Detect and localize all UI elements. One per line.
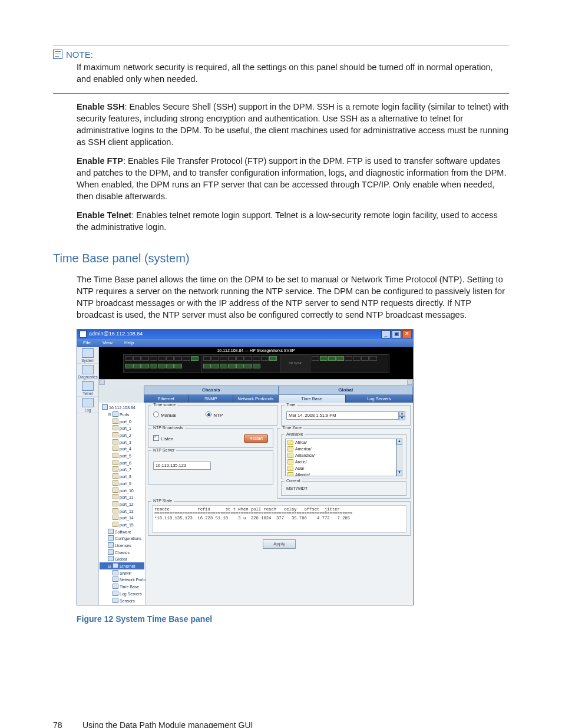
tree-port[interactable]: port_13 [120,509,134,513]
tree-port[interactable]: port_1 [120,426,131,430]
tree-port[interactable]: port_11 [120,495,134,499]
folder-icon [108,542,114,548]
tree-port[interactable]: port_5 [120,454,131,458]
group-ntp-state: NTP State remote refid st t when poll re… [148,501,411,536]
top-rule [53,45,509,45]
radio-ntp[interactable]: NTP [206,411,223,419]
tree-port[interactable]: port_8 [120,475,131,479]
subtab-snmp[interactable]: SNMP [189,395,233,403]
tree-root[interactable]: 16.112.108.84 [109,406,135,410]
group-tz-current: Current MST7MDT [281,481,406,495]
maximize-button[interactable]: ▣ [392,330,401,338]
checkbox-listen-label: Listen [161,436,173,442]
tree-item[interactable]: Software [115,530,131,534]
subtab-ethernet[interactable]: Ethernet [144,395,189,403]
group-tz-available: Available Africa/ America/ Antarctica/ A… [281,434,406,479]
restart-button[interactable]: Restart [244,434,268,443]
tz-item[interactable]: Arctic/ [286,459,396,465]
tz-item[interactable]: Africa/ [286,439,396,446]
tree-item[interactable]: Licenses [115,543,131,548]
note-block: NOTE: If maximum network security is req… [53,49,509,85]
tree-port[interactable]: port_4 [120,447,131,451]
group-ntp-broadcasts: NTP Broadcasts Listen Restart [148,428,273,448]
minimize-button[interactable]: _ [381,330,391,338]
tz-item[interactable]: Antarctica/ [286,452,396,459]
tree-port[interactable]: port_14 [120,516,134,520]
tz-item[interactable]: Asia/ [286,465,396,472]
nav-tree[interactable]: 16.112.108.84 ⊟ Ports port_0 port_1 port… [99,403,146,605]
tree-port[interactable]: port_2 [120,433,131,437]
ntp-server-input[interactable]: 16.110.135.123 [153,462,211,470]
para-ssh-head: Enable SSH [77,102,124,111]
group-label: Time source [151,403,177,407]
menubar: File View Help [77,339,413,347]
subtab-time-base[interactable]: Time Base [279,395,346,403]
tree-port[interactable]: port_12 [120,502,134,506]
port-icon [113,419,118,424]
group-label: Time [285,403,297,407]
leftbar-system[interactable]: System [77,347,98,364]
diagnostics-icon [82,365,94,374]
scroll-up-icon[interactable]: ▲ [396,439,402,445]
tree-ethernet[interactable]: Ethernet [120,564,135,568]
tree-port[interactable]: port_9 [120,482,131,486]
tree-item[interactable]: Time Base [120,585,139,589]
checkbox-listen[interactable]: Listen [153,435,173,442]
port-icon [113,453,118,458]
chassis-graphic: HP SVSP [123,354,389,373]
window-titlebar: admin@16.112.108.84 _ ▣ ✕ [77,330,413,339]
folder-icon [108,535,114,541]
folder-icon [113,598,118,603]
tz-scrollbar[interactable] [396,445,402,470]
apply-button[interactable]: Apply [263,539,296,549]
folder-icon [287,459,293,465]
tab-global[interactable]: Global [279,386,414,395]
leftbar-log[interactable]: Log [77,397,98,413]
tz-item[interactable]: Atlantic/ [286,472,396,476]
tz-list[interactable]: Africa/ America/ Antarctica/ Arctic/ Asi… [285,439,396,476]
tree-port[interactable]: port_10 [120,489,134,493]
tree-port[interactable]: port_7 [120,467,131,472]
tree-item[interactable]: SNMP [120,571,131,575]
folder-icon [113,591,118,596]
para-telnet: Enable Telnet: Enables telnet remote log… [77,209,509,233]
group-label: NTP Broadcasts [151,426,185,430]
section-body: The Time Base panel allows the time on t… [77,274,509,321]
folder-icon [108,529,114,534]
folder-icon [287,472,293,476]
tab-chassis[interactable]: Chassis [144,386,279,395]
time-spinner[interactable]: ▲▼ [399,411,405,420]
scroll-down-icon[interactable]: ▼ [396,470,402,476]
menu-file[interactable]: File [77,341,97,346]
subtab-log-servers[interactable]: Log Servers [346,395,413,403]
leftbar-diagnostics[interactable]: Diagnostics [77,364,98,380]
tree-item[interactable]: Global [115,557,127,561]
port-icon [113,501,118,506]
tz-item[interactable]: America/ [286,446,396,452]
radio-manual[interactable]: Manual [153,411,176,419]
port-icon [113,432,118,437]
port-icon [113,460,118,465]
tree-port[interactable]: port_3 [120,440,131,444]
note-icon [53,50,62,59]
time-input[interactable]: Mar 14, 2008 1:51:9 PM [286,411,399,420]
subtab-network-protocols[interactable]: Network Protocols [233,395,278,403]
close-button[interactable]: ✕ [402,330,412,338]
tree-item[interactable]: Configurations [115,536,141,541]
tree-port[interactable]: port_0 [120,420,131,424]
tree-item[interactable]: Log Servers [120,592,142,596]
group-ntp-server: NTP Server 16.110.135.123 [148,450,273,485]
port-icon [113,466,118,472]
tree-item[interactable]: Chassis [115,551,130,555]
menu-view[interactable]: View [97,341,118,346]
page-number: 78 [53,720,80,728]
tree-port[interactable]: port_15 [120,523,134,527]
tree-item[interactable]: Sensors [120,599,135,603]
menu-help[interactable]: Help [118,341,140,346]
footer-text: Using the Data Path Module management GU… [82,720,253,728]
leftbar-telnet[interactable]: Telnet [77,380,98,397]
banner-scrollbar[interactable] [99,379,413,386]
banner-address: 16.112.108.84 — HP StorageWorks SVSP [99,347,413,353]
tree-ports[interactable]: Ports [120,413,129,417]
tree-port[interactable]: port_6 [120,461,131,465]
